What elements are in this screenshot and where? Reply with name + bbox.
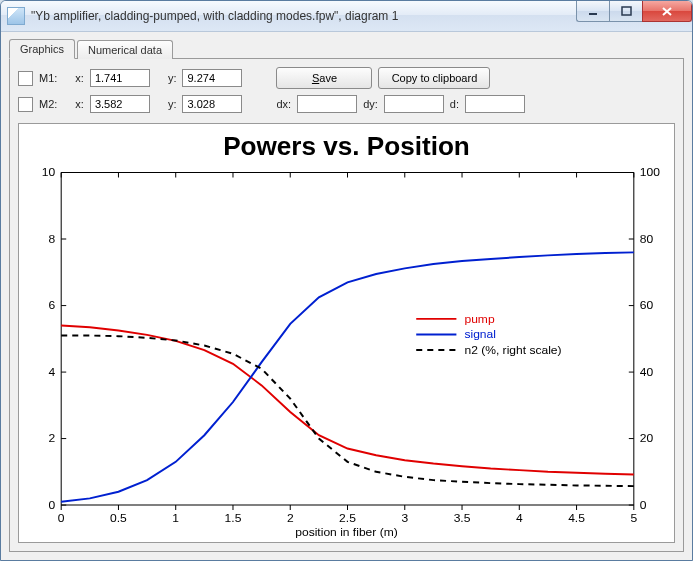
m2-checkbox[interactable] bbox=[18, 97, 33, 112]
minimize-icon bbox=[588, 6, 599, 17]
svg-text:2: 2 bbox=[48, 432, 55, 446]
maximize-button[interactable] bbox=[609, 1, 642, 22]
tab-label: Graphics bbox=[20, 43, 64, 55]
svg-text:0: 0 bbox=[640, 498, 647, 512]
series-signal bbox=[61, 252, 634, 501]
svg-text:60: 60 bbox=[640, 299, 654, 313]
tab-label: Numerical data bbox=[88, 44, 162, 56]
svg-text:0: 0 bbox=[48, 498, 55, 512]
chart-svg: Powers vs. Position 00.511.522.533.544.5… bbox=[19, 124, 674, 542]
m1-y-input[interactable] bbox=[182, 69, 242, 87]
legend-item: pump bbox=[464, 312, 495, 326]
svg-text:0.5: 0.5 bbox=[110, 511, 127, 525]
series-n2 bbox=[61, 336, 634, 487]
close-button[interactable] bbox=[642, 1, 692, 22]
window-title: "Yb amplifier, cladding-pumped, with cla… bbox=[31, 9, 576, 23]
svg-text:2: 2 bbox=[287, 511, 294, 525]
dx-input[interactable] bbox=[297, 95, 357, 113]
svg-text:3: 3 bbox=[401, 511, 408, 525]
m2-y-input[interactable] bbox=[182, 95, 242, 113]
m1-checkbox[interactable] bbox=[18, 71, 33, 86]
close-icon bbox=[661, 6, 673, 17]
y-label: y: bbox=[168, 98, 177, 110]
m2-x-input[interactable] bbox=[90, 95, 150, 113]
toolbar: M1: x: y: M2: x: bbox=[18, 67, 675, 115]
titlebar[interactable]: "Yb amplifier, cladding-pumped, with cla… bbox=[1, 1, 692, 32]
tab-numerical[interactable]: Numerical data bbox=[77, 40, 173, 59]
legend-item: n2 (%, right scale) bbox=[464, 343, 561, 357]
svg-text:80: 80 bbox=[640, 232, 654, 246]
d-label: d: bbox=[450, 98, 459, 110]
window-buttons bbox=[576, 1, 692, 31]
svg-text:4: 4 bbox=[48, 365, 55, 379]
tab-graphics[interactable]: Graphics bbox=[9, 39, 75, 59]
dx-label: dx: bbox=[276, 98, 291, 110]
svg-text:4: 4 bbox=[516, 511, 523, 525]
m1-x-input[interactable] bbox=[90, 69, 150, 87]
d-input[interactable] bbox=[465, 95, 525, 113]
svg-text:8: 8 bbox=[48, 232, 55, 246]
svg-text:6: 6 bbox=[48, 299, 55, 313]
maximize-icon bbox=[621, 6, 632, 17]
content-area: Graphics Numerical data M1: x: y: bbox=[1, 32, 692, 560]
svg-text:100: 100 bbox=[640, 166, 661, 180]
legend-item: signal bbox=[464, 328, 496, 342]
tabpanel-graphics: M1: x: y: M2: x: bbox=[9, 58, 684, 552]
svg-text:4.5: 4.5 bbox=[568, 511, 585, 525]
plot-area[interactable]: Powers vs. Position 00.511.522.533.544.5… bbox=[18, 123, 675, 543]
svg-text:2.5: 2.5 bbox=[339, 511, 356, 525]
copy-clipboard-button[interactable]: Copy to clipboard bbox=[378, 67, 490, 89]
x-label: x: bbox=[75, 72, 84, 84]
app-icon bbox=[7, 7, 25, 25]
app-window: "Yb amplifier, cladding-pumped, with cla… bbox=[0, 0, 693, 561]
svg-text:40: 40 bbox=[640, 365, 654, 379]
x-axis-label: position in fiber (m) bbox=[295, 525, 398, 539]
dy-label: dy: bbox=[363, 98, 378, 110]
svg-text:1: 1 bbox=[172, 511, 179, 525]
m2-label: M2: bbox=[39, 98, 57, 110]
svg-text:20: 20 bbox=[640, 432, 654, 446]
x-label: x: bbox=[75, 98, 84, 110]
minimize-button[interactable] bbox=[576, 1, 609, 22]
dy-input[interactable] bbox=[384, 95, 444, 113]
svg-text:1.5: 1.5 bbox=[225, 511, 242, 525]
svg-text:3.5: 3.5 bbox=[454, 511, 471, 525]
m1-label: M1: bbox=[39, 72, 57, 84]
svg-rect-1 bbox=[622, 7, 631, 15]
svg-rect-0 bbox=[589, 13, 597, 15]
svg-text:0: 0 bbox=[58, 511, 65, 525]
chart-title: Powers vs. Position bbox=[223, 132, 470, 160]
y-label: y: bbox=[168, 72, 177, 84]
tabstrip: Graphics Numerical data bbox=[9, 36, 684, 58]
svg-text:10: 10 bbox=[42, 166, 56, 180]
save-button[interactable]: Save bbox=[276, 67, 372, 89]
svg-text:5: 5 bbox=[630, 511, 637, 525]
